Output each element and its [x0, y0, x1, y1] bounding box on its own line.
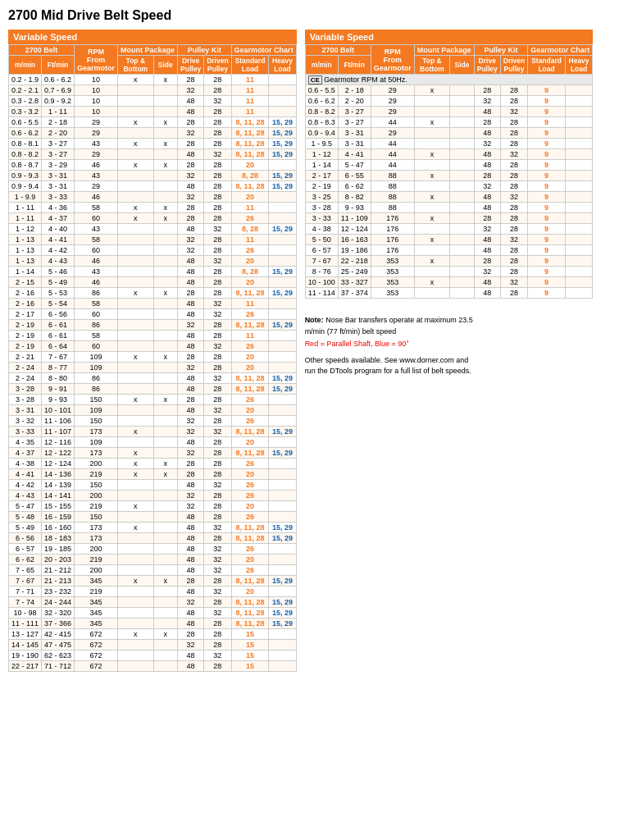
table-cell: 15 — [231, 661, 269, 672]
table-cell — [565, 192, 592, 203]
table-row: 3 - 289 - 93150xx282826 — [9, 395, 297, 405]
table-cell: 8, 11, 28 — [231, 608, 269, 619]
table-cell: 28 — [204, 501, 231, 512]
table-cell — [118, 544, 153, 555]
table-cell: 28 — [204, 171, 231, 181]
table-row: 11 - 11437 - 37435348289 — [305, 288, 593, 299]
table-cell: 28 — [204, 128, 231, 139]
table-cell: 11 — [231, 75, 269, 85]
table-cell: 200 — [75, 491, 118, 501]
table-cell — [269, 213, 296, 224]
table-cell: 48 — [178, 619, 204, 629]
right-sub-topbottom: Top &Bottom — [414, 56, 449, 75]
table-cell: 109 — [75, 363, 118, 373]
table-cell: 7 - 65 — [9, 565, 42, 576]
table-cell: 28 — [500, 139, 527, 149]
table-cell — [118, 235, 153, 245]
table-cell: 60 — [75, 341, 118, 352]
table-row: 2 - 217 - 67109xx282820 — [9, 352, 297, 363]
table-cell — [153, 523, 178, 533]
table-cell: 28 — [178, 203, 204, 213]
table-cell: 2 - 15 — [9, 277, 42, 288]
table-cell: 15, 29 — [269, 267, 296, 277]
table-cell: 33 - 327 — [338, 277, 371, 288]
table-cell: 4 - 43 — [42, 256, 75, 267]
table-cell — [269, 555, 296, 565]
table-cell: 176 — [371, 213, 414, 224]
table-cell: 48 — [178, 181, 204, 192]
table-cell — [153, 192, 178, 203]
table-row: 0.9 - 9.43 - 312948289 — [305, 128, 593, 139]
table-cell: 28 — [204, 459, 231, 469]
table-cell: 20 — [231, 437, 269, 448]
table-cell: 43 — [75, 267, 118, 277]
table-cell: 2 - 20 — [338, 96, 371, 107]
right-section-header: Variable Speed — [305, 30, 594, 44]
table-cell: 28 — [204, 363, 231, 373]
table-cell: 28 — [204, 640, 231, 651]
table-cell — [565, 213, 592, 224]
table-cell: 3 - 31 — [338, 139, 371, 149]
table-cell: 3 - 27 — [42, 149, 75, 160]
table-cell — [450, 235, 475, 245]
table-cell: 219 — [75, 587, 118, 597]
table-cell: 44 — [371, 117, 414, 128]
table-cell: 8 - 80 — [42, 373, 75, 384]
table-cell: 20 — [231, 277, 269, 288]
table-row: 1 - 134 - 4346483220 — [9, 256, 297, 267]
table-cell: 2 - 17 — [305, 171, 338, 181]
table-cell: 48 — [178, 512, 204, 523]
table-cell: 8, 28 — [231, 267, 269, 277]
table-row: 1 - 114 - 3658xx282811 — [9, 203, 297, 213]
table-cell — [450, 224, 475, 235]
note-label: Note: — [305, 316, 324, 324]
table-cell: 26 — [231, 416, 269, 427]
table-cell: 9 — [528, 139, 566, 149]
table-cell: 12 - 116 — [42, 437, 75, 448]
table-row: 0.2 - 2.10.7 - 6.910322811 — [9, 85, 297, 96]
table-cell: 44 — [371, 149, 414, 160]
table-cell: 22 - 218 — [338, 256, 371, 267]
table-cell: x — [118, 203, 153, 213]
table-cell: 15, 29 — [269, 139, 296, 149]
table-row: 5 - 4816 - 159150482826 — [9, 512, 297, 523]
table-cell: 2 - 19 — [9, 331, 42, 341]
table-cell: 32 — [474, 224, 500, 235]
table-cell: 28 — [500, 181, 527, 192]
table-cell: 32 — [178, 491, 204, 501]
table-cell — [565, 245, 592, 256]
table-cell: x — [118, 469, 153, 480]
table-cell: 28 — [500, 96, 527, 107]
table-cell — [269, 256, 296, 267]
table-cell: x — [414, 85, 449, 96]
table-cell: 2 - 18 — [338, 85, 371, 96]
table-cell: 15, 29 — [269, 171, 296, 181]
table-cell — [565, 107, 592, 117]
table-cell: x — [118, 139, 153, 149]
table-cell: 20 — [231, 160, 269, 171]
table-cell — [414, 224, 449, 235]
table-cell: 48 — [474, 288, 500, 299]
table-cell: 0.3 - 3.2 — [9, 107, 42, 117]
table-cell: x — [414, 213, 449, 224]
table-cell — [450, 149, 475, 160]
table-cell: 15 — [231, 651, 269, 661]
table-cell: 173 — [75, 427, 118, 437]
table-cell: 200 — [75, 565, 118, 576]
table-row: 2 - 165 - 5386xx28288, 11, 2815, 29 — [9, 288, 297, 299]
table-cell: 29 — [75, 128, 118, 139]
table-cell: 28 — [204, 181, 231, 192]
table-cell — [414, 107, 449, 117]
table-cell — [414, 128, 449, 139]
table-cell: 48 — [178, 651, 204, 661]
table-cell: 48 — [178, 309, 204, 320]
table-cell: 29 — [371, 96, 414, 107]
table-cell: 86 — [75, 320, 118, 331]
table-cell: 10 — [75, 96, 118, 107]
table-cell: 48 — [178, 107, 204, 117]
table-row: 6 - 6220 - 203219483220 — [9, 555, 297, 565]
table-cell: 5 - 50 — [305, 235, 338, 245]
note-text1: Nose Bar transfers operate at maximum 23… — [305, 316, 473, 336]
table-cell — [118, 192, 153, 203]
table-cell: 6 - 56 — [42, 309, 75, 320]
